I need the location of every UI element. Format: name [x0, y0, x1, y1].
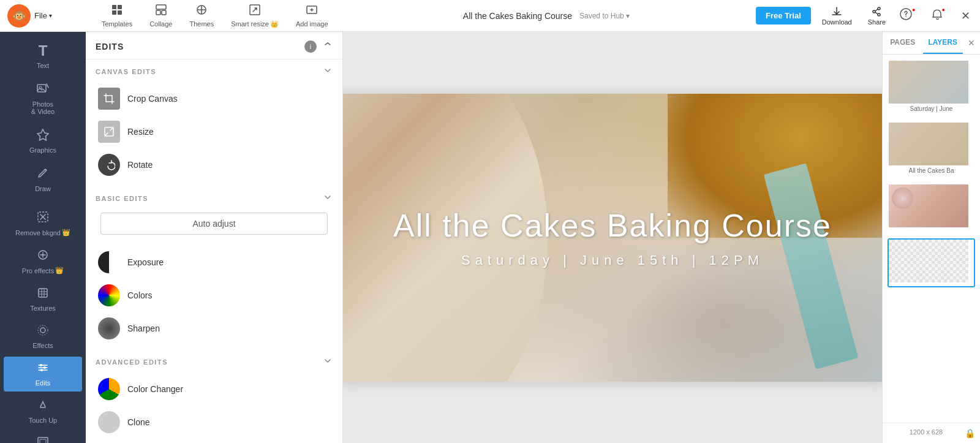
close-button[interactable]: ✕ [959, 7, 973, 25]
share-label: Share [868, 18, 886, 26]
canvas-edits-toggle[interactable] [323, 66, 333, 77]
rotate-item[interactable]: Rotate [88, 148, 340, 181]
edits-panel: EDITS i CANVAS EDITS Crop Canvas [86, 32, 343, 443]
page-thumb-1[interactable]: Saturday | June [888, 59, 975, 115]
nav-center: All the Cakes Baking Course Saved to Hub… [337, 11, 756, 21]
auto-adjust-button[interactable]: Auto adjust [100, 213, 328, 235]
canvas-edits-label: CANVAS EDITS [96, 68, 156, 75]
page-thumb-4[interactable] [888, 238, 975, 287]
design-title: All the Cakes Baking Course [463, 11, 572, 21]
collapse-panel-button[interactable] [323, 41, 333, 53]
close-right-panel-button[interactable]: ✕ [963, 32, 980, 54]
advanced-edits-toggle[interactable] [323, 356, 333, 368]
collage-icon [155, 4, 167, 19]
sidebar-item-touch-up[interactable]: Touch Up [4, 394, 82, 429]
logo-icon[interactable]: 🐵 [7, 4, 31, 28]
nav-tool-themes[interactable]: Themes [181, 1, 222, 30]
nav-right: Free Trial Download Share ● ● ✕ [756, 4, 973, 28]
draw-icon [36, 166, 50, 183]
touch-up-label: Touch Up [29, 417, 57, 424]
nav-tool-smart-resize[interactable]: Smart resize 👑 [222, 1, 287, 31]
clone-item[interactable]: Clone [88, 406, 340, 439]
exposure-label: Exposure [127, 257, 164, 267]
rotate-icon [98, 154, 120, 176]
effects-label: Effects [32, 342, 53, 349]
graphics-icon [36, 127, 50, 144]
page-thumb-2[interactable]: All the Cakes Ba [888, 121, 975, 177]
templates-label: Templates [102, 20, 132, 28]
sidebar-item-remove-bkgnd[interactable]: Remove bkgnd 👑 [4, 206, 82, 241]
page-thumb-label-4 [889, 282, 974, 286]
sharpen-icon [98, 317, 120, 339]
nav-tool-collage[interactable]: Collage [141, 1, 181, 30]
resize-item[interactable]: Resize [88, 115, 340, 148]
svg-point-12 [878, 13, 880, 16]
sidebar-item-textures[interactable]: Textures [4, 282, 82, 317]
page-thumb-3[interactable] [888, 183, 975, 232]
svg-rect-31 [40, 439, 46, 443]
info-icon[interactable]: i [304, 40, 317, 53]
color-changer-icon [98, 378, 120, 400]
edits-panel-header: EDITS i [86, 32, 342, 59]
canvas-wrapper[interactable]: All the Cakes Baking Course Saturday | J… [343, 94, 882, 382]
svg-rect-30 [38, 437, 48, 443]
text-icon: T [39, 42, 48, 59]
smart-resize-icon [249, 4, 261, 19]
svg-point-26 [38, 325, 48, 335]
saved-hub-status[interactable]: Saved to Hub ▾ [579, 12, 630, 20]
photos-video-icon [36, 81, 50, 98]
nav-tool-add-image[interactable]: Add image [287, 1, 337, 30]
page-thumb-img-3 [889, 184, 968, 227]
help-button[interactable]: ● [897, 5, 921, 26]
sidebar-item-edits[interactable]: Edits [4, 357, 82, 392]
colors-item[interactable]: Colors [88, 279, 340, 312]
share-button[interactable]: Share [863, 4, 891, 28]
logo-area: 🐵 File ▾ [7, 4, 93, 28]
nav-tool-templates[interactable]: Templates [93, 1, 141, 30]
remove-bkgnd-label: Remove bkgnd 👑 [15, 229, 70, 237]
sharpen-item[interactable]: Sharpen [88, 312, 340, 345]
sidebar-item-effects[interactable]: Effects [4, 319, 82, 354]
sidebar-item-graphics[interactable]: Graphics [4, 123, 82, 159]
frames-icon [37, 436, 49, 443]
free-trial-button[interactable]: Free Trial [756, 7, 811, 25]
sidebar-item-frames[interactable]: Frames [4, 431, 82, 443]
sidebar-item-pro-effects[interactable]: Pro effects 👑 [4, 244, 82, 279]
clone-icon [98, 411, 120, 433]
basic-edits-section-header[interactable]: BASIC EDITS [86, 186, 342, 209]
file-menu[interactable]: File ▾ [34, 11, 52, 20]
nav-tools: Templates Collage Themes Smart resize 👑 [93, 1, 337, 31]
tab-pages[interactable]: PAGES [883, 32, 923, 54]
crop-canvas-item[interactable]: Crop Canvas [88, 82, 340, 115]
sidebar-item-photos-video[interactable]: Photos& Video [4, 77, 82, 120]
pro-effects-label: Pro effects 👑 [22, 267, 64, 275]
basic-edits-toggle[interactable] [323, 192, 333, 204]
advanced-edits-section-header[interactable]: ADVANCED EDITS [86, 350, 342, 373]
dodge-item[interactable]: Dodge [88, 439, 340, 443]
svg-rect-4 [156, 5, 166, 9]
svg-point-11 [873, 10, 875, 13]
lock-icon: 🔒 [965, 428, 975, 438]
advanced-edits-label: ADVANCED EDITS [96, 358, 168, 366]
svg-rect-2 [112, 10, 116, 15]
left-sidebar: T Text Photos& Video Graphics Draw [0, 32, 86, 443]
color-changer-item[interactable]: Color Changer [88, 373, 340, 406]
templates-icon [111, 4, 123, 19]
touch-up-icon [37, 399, 49, 414]
svg-rect-20 [39, 289, 47, 297]
clone-label: Clone [127, 417, 150, 427]
exposure-icon [98, 251, 120, 273]
svg-point-14 [905, 16, 907, 17]
exposure-item[interactable]: Exposure [88, 246, 340, 279]
crop-canvas-label: Crop Canvas [127, 94, 178, 104]
sharpen-label: Sharpen [127, 324, 160, 333]
sidebar-item-draw[interactable]: Draw [4, 161, 82, 197]
tab-layers[interactable]: LAYERS [923, 32, 963, 54]
sidebar-item-text[interactable]: T Text [4, 37, 82, 74]
download-button[interactable]: Download [817, 4, 857, 28]
canvas-edits-section-header[interactable]: CANVAS EDITS [86, 59, 342, 82]
page-thumb-img-1 [889, 61, 968, 104]
page-thumb-img-4 [889, 240, 968, 282]
draw-label: Draw [35, 185, 51, 192]
notifications-button[interactable]: ● [928, 5, 952, 26]
